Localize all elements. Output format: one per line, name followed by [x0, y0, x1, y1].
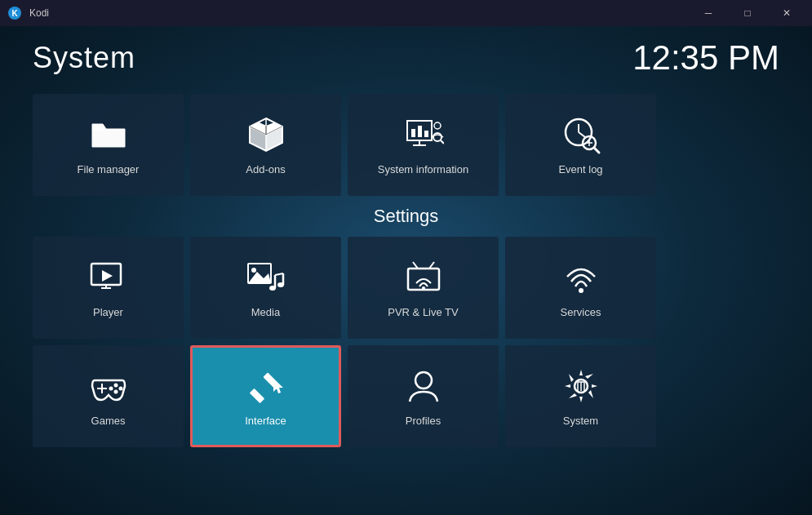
close-button[interactable]: ✕ [768, 0, 805, 26]
title-bar: K Kodi ─ □ ✕ [0, 0, 812, 26]
file-manager-label: File manager [78, 163, 140, 175]
tile-system-information[interactable]: System information [348, 94, 499, 196]
system-information-label: System information [378, 163, 468, 175]
services-label: Services [561, 306, 601, 318]
svg-point-10 [434, 122, 441, 129]
title-bar-controls: ─ □ ✕ [690, 0, 805, 26]
main-content: System 12:35 PM File manager [0, 26, 812, 466]
svg-rect-8 [418, 126, 422, 137]
tile-pvr-live-tv[interactable]: PVR & Live TV [348, 237, 499, 339]
top-tiles-row: File manager A [33, 94, 779, 196]
svg-point-35 [422, 286, 425, 290]
svg-point-36 [579, 288, 583, 293]
tile-media[interactable]: Media [190, 237, 341, 339]
svg-point-31 [277, 282, 284, 287]
page-title: System [33, 41, 135, 75]
pvr-live-tv-label: PVR & Live TV [388, 306, 458, 318]
svg-point-30 [269, 286, 276, 291]
svg-rect-7 [411, 129, 415, 137]
monitor-play-icon [88, 257, 129, 298]
event-log-label: Event log [558, 163, 602, 175]
svg-marker-46 [273, 379, 283, 393]
svg-text:K: K [11, 9, 18, 18]
maximize-button[interactable]: □ [729, 0, 766, 26]
tv-icon [403, 257, 444, 298]
tile-event-log[interactable]: Event log [505, 94, 656, 196]
settings-tiles-row2: Games Interface [33, 345, 779, 447]
svg-marker-26 [248, 272, 271, 283]
svg-line-28 [275, 273, 283, 275]
tile-games[interactable]: Games [33, 345, 184, 447]
svg-point-42 [109, 387, 113, 391]
profile-icon [403, 366, 444, 406]
wifi-icon [561, 257, 601, 298]
svg-point-40 [118, 387, 122, 391]
settings-section-label: Settings [33, 206, 779, 227]
gear-icon [561, 366, 601, 406]
kodi-logo-icon: K [7, 5, 23, 21]
clock-display: 12:35 PM [632, 38, 779, 78]
svg-line-12 [441, 140, 444, 144]
games-label: Games [91, 415, 126, 427]
title-bar-left: K Kodi [7, 5, 49, 21]
chart-icon [403, 114, 444, 155]
tile-player[interactable]: Player [33, 237, 184, 339]
svg-point-47 [415, 372, 432, 388]
tile-profiles[interactable]: Profiles [348, 345, 499, 447]
svg-rect-43 [249, 388, 264, 403]
svg-point-41 [113, 390, 118, 394]
svg-line-17 [594, 148, 599, 153]
svg-rect-9 [424, 131, 428, 137]
clock-search-icon [561, 114, 601, 155]
svg-point-39 [113, 384, 118, 388]
svg-marker-23 [102, 270, 113, 282]
header: System 12:35 PM [33, 38, 779, 78]
add-ons-label: Add-ons [246, 163, 285, 175]
settings-tiles-row1: Player Media [33, 237, 779, 339]
tile-system[interactable]: System [505, 345, 656, 447]
interface-icon [246, 366, 286, 406]
profiles-label: Profiles [406, 415, 441, 427]
media-label: Media [251, 306, 280, 318]
folder-icon [88, 114, 129, 155]
tile-services[interactable]: Services [505, 237, 656, 339]
tile-add-ons[interactable]: Add-ons [190, 94, 341, 196]
box-icon [246, 114, 286, 155]
interface-label: Interface [245, 415, 286, 427]
gamepad-icon [88, 366, 129, 406]
svg-line-15 [579, 132, 585, 137]
svg-marker-45 [251, 398, 254, 402]
tile-interface[interactable]: Interface [190, 345, 341, 447]
app-title: Kodi [29, 7, 49, 19]
tile-file-manager[interactable]: File manager [33, 94, 184, 196]
system-label: System [563, 415, 598, 427]
player-label: Player [93, 306, 123, 318]
minimize-button[interactable]: ─ [690, 0, 727, 26]
svg-point-25 [251, 268, 256, 273]
media-icon [246, 257, 286, 298]
